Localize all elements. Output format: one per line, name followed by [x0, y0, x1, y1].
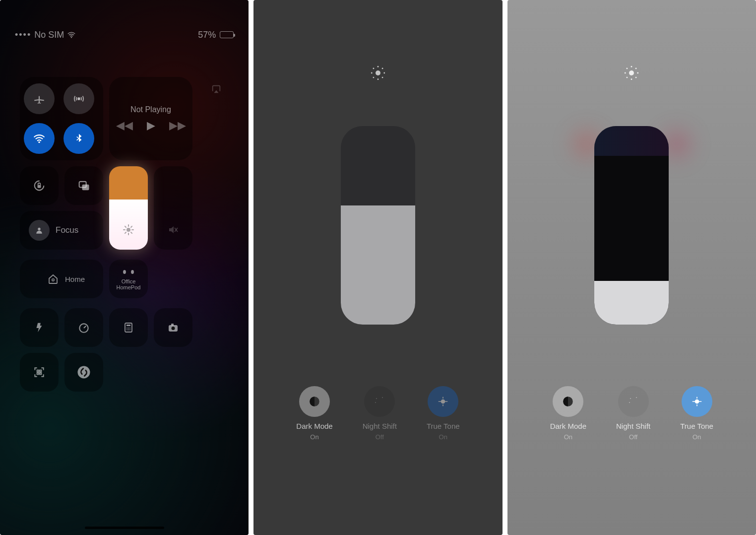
flashlight-tile[interactable] [20, 308, 59, 347]
airplane-icon [33, 92, 46, 105]
person-icon [34, 225, 44, 235]
dark-mode-state: On [310, 433, 318, 441]
true-tone-button[interactable]: True Tone On [680, 386, 713, 441]
true-tone-icon [437, 395, 449, 408]
true-tone-label: True Tone [680, 422, 713, 430]
status-battery-percent: 57% [198, 30, 216, 40]
dark-mode-button[interactable]: Dark Mode On [550, 386, 586, 441]
true-tone-state: On [439, 433, 447, 441]
homepod-line2: HomePod [117, 284, 141, 290]
shazam-icon [76, 365, 91, 380]
orientation-lock-icon [32, 179, 46, 193]
wifi-icon [33, 132, 46, 145]
dark-mode-label: Dark Mode [550, 422, 586, 430]
night-shift-label: Night Shift [363, 422, 397, 430]
true-tone-button[interactable]: True Tone On [427, 386, 460, 441]
calculator-icon [123, 321, 134, 334]
camera-icon [166, 322, 180, 334]
media-next-icon[interactable]: ▶▶ [169, 119, 186, 132]
dark-mode-label: Dark Mode [296, 422, 332, 430]
mute-icon [167, 224, 179, 236]
status-bar: •••• No SIM 57% [0, 0, 249, 69]
night-shift-button[interactable]: Night Shift Off [363, 386, 397, 441]
sun-dots-icon [370, 65, 386, 81]
night-shift-state: Off [376, 433, 384, 441]
media-prev-icon[interactable]: ◀◀ [116, 119, 133, 132]
calculator-tile[interactable] [109, 308, 148, 347]
brightness-fill [341, 205, 415, 325]
cellular-icon [72, 92, 85, 105]
homepod-tile[interactable]: Office HomePod [109, 260, 148, 298]
brightness-expanded-slider[interactable] [594, 126, 669, 325]
home-indicator[interactable] [85, 527, 164, 529]
qr-scanner-tile[interactable] [20, 353, 59, 392]
media-play-icon[interactable]: ▶ [147, 119, 155, 132]
timer-icon [77, 321, 90, 334]
bluetooth-toggle[interactable] [63, 123, 94, 154]
homepod-line1: Office [122, 278, 136, 284]
volume-slider[interactable] [154, 166, 192, 250]
airplay-icon[interactable] [211, 84, 222, 95]
qr-icon [33, 366, 46, 379]
media-title: Not Playing [130, 105, 171, 114]
night-shift-label: Night Shift [616, 422, 650, 430]
bluetooth-icon [73, 132, 84, 145]
airplane-toggle[interactable] [24, 83, 55, 114]
screen-brightness-expanded-dimmed: Dark Mode On Night Shift Off True Tone O… [253, 0, 502, 535]
sun-icon [123, 224, 134, 236]
brightness-fill [594, 281, 669, 325]
screen-mirroring-tile[interactable] [64, 166, 103, 205]
wifi-icon [67, 30, 76, 39]
homepod-icon [121, 268, 128, 276]
night-shift-icon [374, 396, 385, 407]
timer-tile[interactable] [64, 308, 103, 347]
connectivity-cluster[interactable] [20, 77, 103, 160]
dark-mode-icon [562, 395, 574, 408]
brightness-header-icon [370, 65, 386, 81]
wifi-toggle[interactable] [24, 123, 55, 154]
night-shift-icon [628, 396, 639, 407]
shazam-tile[interactable] [64, 353, 103, 392]
brightness-header-icon [623, 65, 640, 81]
night-shift-button[interactable]: Night Shift Off [616, 386, 650, 441]
true-tone-label: True Tone [427, 422, 460, 430]
flashlight-icon [34, 321, 45, 334]
homepod-icon [129, 268, 136, 276]
true-tone-icon [691, 395, 703, 408]
screen-control-center: •••• No SIM 57% Not Playing [0, 0, 249, 535]
cellular-toggle[interactable] [63, 83, 94, 114]
home-icon [47, 273, 59, 285]
true-tone-state: On [693, 433, 701, 441]
status-carrier: No SIM [34, 30, 64, 40]
screen-brightness-expanded: Dark Mode On Night Shift Off True Tone O… [507, 0, 756, 535]
home-label: Home [65, 275, 85, 283]
camera-tile[interactable] [154, 308, 192, 347]
media-tile[interactable]: Not Playing ◀◀ ▶ ▶▶ [109, 77, 192, 160]
dark-mode-button[interactable]: Dark Mode On [296, 386, 332, 441]
battery-icon [220, 31, 234, 38]
sun-dots-icon [623, 65, 640, 81]
focus-tile[interactable]: Focus [20, 211, 103, 250]
orientation-lock-tile[interactable] [20, 166, 59, 205]
focus-label: Focus [56, 225, 78, 235]
brightness-slider[interactable] [109, 166, 148, 250]
status-signal-dots: •••• [15, 30, 31, 40]
night-shift-state: Off [629, 433, 637, 441]
brightness-expanded-slider[interactable] [341, 126, 415, 325]
screen-mirroring-icon [77, 179, 91, 193]
home-tile[interactable]: Home [20, 260, 103, 298]
dark-mode-state: On [564, 433, 572, 441]
dark-mode-icon [308, 395, 321, 408]
